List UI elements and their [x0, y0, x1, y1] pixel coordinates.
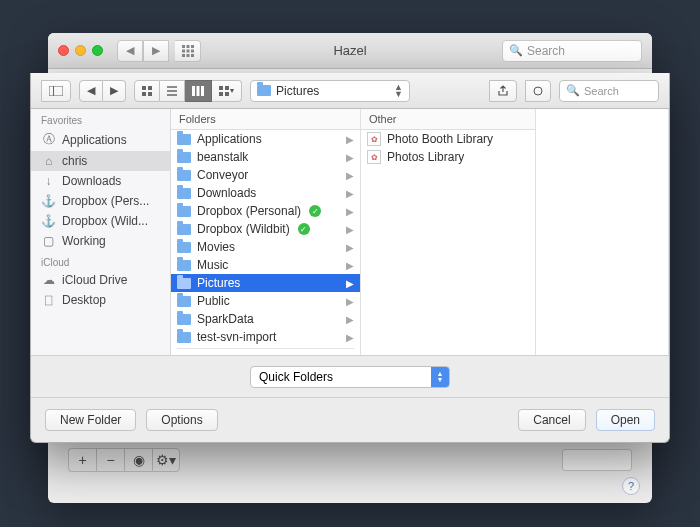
dialog-back-button[interactable]: ◀ — [79, 80, 103, 102]
item-label: Conveyor — [197, 168, 248, 182]
hazel-search-input[interactable]: 🔍 Search — [502, 40, 642, 62]
item-label: Dropbox (Wildbit) — [197, 222, 290, 236]
folder-icon — [177, 314, 191, 325]
svg-point-25 — [534, 87, 542, 95]
item-label: SparkData — [197, 312, 254, 326]
remove-button[interactable]: − — [96, 448, 124, 472]
list-item[interactable]: test-svn-import▶ — [171, 328, 360, 346]
chevron-right-icon: ▶ — [346, 260, 354, 271]
folder-icon — [177, 242, 191, 253]
item-label: Photo Booth Library — [387, 132, 493, 146]
help-button[interactable]: ? — [622, 477, 640, 495]
chevron-right-icon: ▶ — [346, 224, 354, 235]
new-folder-button[interactable]: New Folder — [45, 409, 136, 431]
chevron-right-icon: ▶ — [346, 296, 354, 307]
list-item[interactable]: Pictures▶ — [171, 274, 360, 292]
list-item[interactable]: Dropbox (Wildbit)✓▶ — [171, 220, 360, 238]
dialog-search-input[interactable]: 🔍 Search — [559, 80, 659, 102]
column-list[interactable]: ✿Photo Booth Library✿Photos Library — [361, 130, 535, 355]
preview-button[interactable]: ◉ — [124, 448, 152, 472]
share-button[interactable] — [489, 80, 517, 102]
folder-icon — [177, 206, 191, 217]
dialog-search-placeholder: Search — [584, 85, 619, 97]
folder-icon — [177, 260, 191, 271]
back-button[interactable]: ◀ — [117, 40, 143, 62]
sidebar-item[interactable]: ☁iCloud Drive — [31, 270, 170, 290]
minimize-icon[interactable] — [75, 45, 86, 56]
list-item[interactable]: Applications▶ — [171, 130, 360, 148]
folder-icon — [177, 224, 191, 235]
sidebar-item-icon: Ⓐ — [41, 131, 56, 148]
column-header: Other — [361, 109, 535, 130]
forward-button[interactable]: ▶ — [143, 40, 169, 62]
sidebar-item[interactable]: ⒶApplications — [31, 128, 170, 151]
sidebar-item-icon: ⚓ — [41, 194, 56, 208]
close-icon[interactable] — [58, 45, 69, 56]
quick-folders-select[interactable]: Quick Folders ▲▼ — [250, 366, 450, 388]
folder-icon — [177, 332, 191, 343]
sidebar-item-icon: ⚓ — [41, 214, 56, 228]
sidebar-item-icon: ⌂ — [41, 154, 56, 168]
zoom-icon[interactable] — [92, 45, 103, 56]
sidebar-toggle-button[interactable] — [41, 80, 71, 102]
svg-rect-22 — [225, 86, 229, 90]
view-gallery-button[interactable]: ▾ — [212, 80, 242, 102]
tags-button[interactable] — [525, 80, 551, 102]
item-label: Movies — [197, 240, 235, 254]
view-list-button[interactable] — [160, 80, 185, 102]
sidebar-item-label: Downloads — [62, 174, 121, 188]
sidebar-item[interactable]: ⚓Dropbox (Pers... — [31, 191, 170, 211]
actions-gear-button[interactable]: ⚙▾ — [152, 448, 180, 472]
options-button[interactable]: Options — [146, 409, 217, 431]
sidebar-item[interactable]: ⚓Dropbox (Wild... — [31, 211, 170, 231]
list-item[interactable]: SparkData▶ — [171, 310, 360, 328]
chevron-right-icon: ▶ — [346, 206, 354, 217]
svg-rect-13 — [142, 92, 146, 96]
list-item[interactable]: Applications — [171, 351, 360, 355]
cancel-button[interactable]: Cancel — [518, 409, 585, 431]
svg-rect-1 — [186, 45, 189, 48]
chevron-right-icon: ▶ — [346, 188, 354, 199]
sidebar-item-label: Working — [62, 234, 106, 248]
sidebar-section-header: iCloud — [31, 251, 170, 270]
hazel-period-select[interactable] — [562, 449, 632, 471]
package-icon: ✿ — [367, 132, 381, 146]
hazel-search-placeholder: Search — [527, 44, 565, 58]
list-item[interactable]: Conveyor▶ — [171, 166, 360, 184]
list-item[interactable]: Downloads▶ — [171, 184, 360, 202]
open-button[interactable]: Open — [596, 409, 655, 431]
column-list[interactable]: Applications▶beanstalk▶Conveyor▶Download… — [171, 130, 360, 355]
quick-folders-label: Quick Folders — [259, 370, 431, 384]
list-item[interactable]: Dropbox (Personal)✓▶ — [171, 202, 360, 220]
view-columns-button[interactable] — [185, 80, 212, 102]
chevron-right-icon: ▶ — [346, 170, 354, 181]
sidebar-item[interactable]: ↓Downloads — [31, 171, 170, 191]
dialog-body: FavoritesⒶApplications⌂chris↓Downloads⚓D… — [31, 109, 669, 356]
sidebar-item-label: Desktop — [62, 293, 106, 307]
folder-icon — [177, 296, 191, 307]
path-control[interactable]: Pictures ▲▼ — [250, 80, 410, 102]
sidebar-item[interactable]: ⌂chris — [31, 151, 170, 171]
view-mode-group: ▾ — [134, 80, 242, 102]
sidebar-item[interactable]: ▢Working — [31, 231, 170, 251]
list-item[interactable]: Movies▶ — [171, 238, 360, 256]
search-icon: 🔍 — [509, 44, 523, 57]
dialog-forward-button[interactable]: ▶ — [103, 80, 126, 102]
view-icons-button[interactable] — [134, 80, 160, 102]
search-icon: 🔍 — [566, 84, 580, 97]
list-item[interactable]: ✿Photo Booth Library — [361, 130, 535, 148]
folder-icon — [177, 134, 191, 145]
chevron-right-icon: ▶ — [346, 242, 354, 253]
add-button[interactable]: + — [68, 448, 96, 472]
select-chevron-icon: ▲▼ — [431, 367, 449, 387]
grid-button[interactable] — [175, 40, 201, 62]
list-item[interactable]: ✿Photos Library — [361, 148, 535, 166]
list-item[interactable]: Music▶ — [171, 256, 360, 274]
traffic-lights[interactable] — [58, 45, 103, 56]
svg-rect-18 — [192, 86, 195, 96]
svg-rect-2 — [191, 45, 194, 48]
list-item[interactable]: beanstalk▶ — [171, 148, 360, 166]
list-item[interactable]: Public▶ — [171, 292, 360, 310]
sidebar-item-label: Applications — [62, 133, 127, 147]
sidebar-item[interactable]: ⎕Desktop — [31, 290, 170, 310]
